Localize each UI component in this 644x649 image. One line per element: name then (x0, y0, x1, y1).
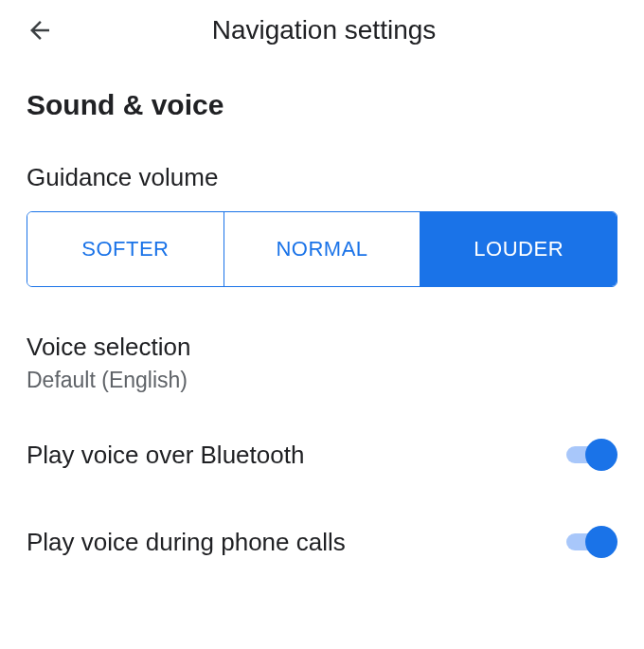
voice-selection-value: Default (English) (27, 368, 617, 393)
phone-calls-row: Play voice during phone calls (27, 524, 617, 560)
phone-calls-toggle[interactable] (564, 524, 617, 560)
voice-selection-title: Voice selection (27, 333, 617, 362)
bluetooth-title: Play voice over Bluetooth (27, 441, 564, 470)
header: Navigation settings (0, 0, 644, 61)
switch-thumb (585, 439, 617, 471)
bluetooth-toggle[interactable] (564, 437, 617, 473)
guidance-option-softer[interactable]: SOFTER (27, 212, 224, 286)
bluetooth-row: Play voice over Bluetooth (27, 437, 617, 473)
content: Sound & voice Guidance volume SOFTER NOR… (0, 61, 644, 560)
section-title-sound-voice: Sound & voice (27, 89, 617, 121)
phone-calls-title: Play voice during phone calls (27, 528, 564, 557)
page-title: Navigation settings (19, 15, 629, 45)
guidance-option-louder[interactable]: LOUDER (420, 212, 617, 286)
guidance-volume-label: Guidance volume (27, 163, 617, 192)
guidance-option-normal[interactable]: NORMAL (224, 212, 421, 286)
switch-thumb (585, 526, 617, 558)
voice-selection-row[interactable]: Voice selection Default (English) (27, 333, 617, 393)
guidance-volume-group: SOFTER NORMAL LOUDER (27, 211, 617, 287)
